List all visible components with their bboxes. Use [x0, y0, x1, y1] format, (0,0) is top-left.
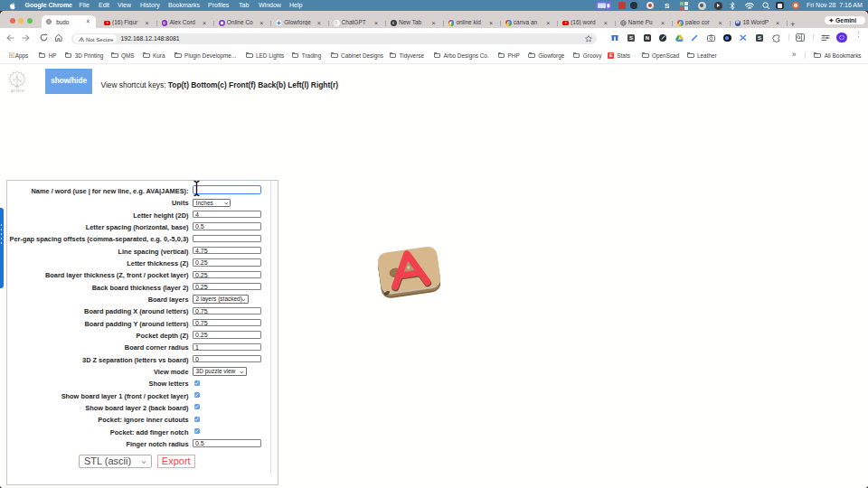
svg-text:AXTECH: AXTECH: [11, 89, 24, 92]
